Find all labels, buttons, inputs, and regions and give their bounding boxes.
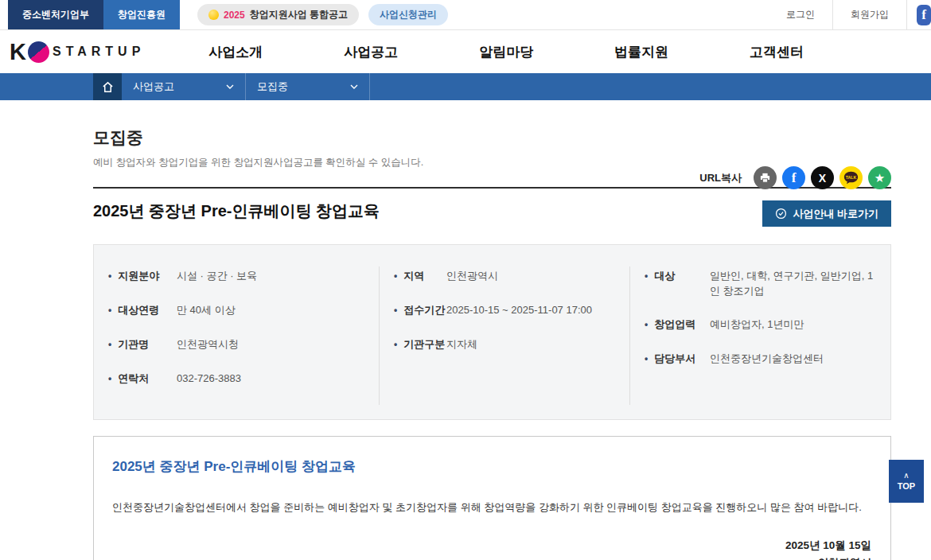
info-row-department: 담당부서 인천중장년기술창업센터 xyxy=(645,351,881,367)
facebook-icon[interactable]: f xyxy=(917,5,931,25)
nav-business-notice[interactable]: 사업공고 xyxy=(344,43,398,61)
info-row-organization: 기관명 인천광역시청 xyxy=(108,336,368,352)
check-circle-icon xyxy=(775,208,787,220)
notice-year: 2025 xyxy=(224,10,245,21)
tab-ministry-smes[interactable]: 중소벤처기업부 xyxy=(8,0,103,30)
url-copy-button[interactable]: URL복사 xyxy=(699,171,742,185)
home-icon xyxy=(102,81,114,93)
kakao-share-icon[interactable]: TALK xyxy=(839,166,863,189)
nav-customer-center[interactable]: 고객센터 xyxy=(750,43,804,61)
info-column-3: 대상 일반인, 대학, 연구기관, 일반기업, 1인 창조기업 창업업력 예비창… xyxy=(629,266,892,405)
info-column-2: 지역 인천광역시 접수기간 2025-10-15 ~ 2025-11-07 17… xyxy=(379,266,629,405)
info-column-1: 지원분야 시설 · 공간 · 보육 대상연령 만 40세 이상 기관명 인천광역… xyxy=(94,266,379,405)
top-button-label: TOP xyxy=(898,481,915,491)
info-row-startup-experience: 창업업력 예비창업자, 1년미만 xyxy=(645,317,881,332)
info-label: 담당부서 xyxy=(645,351,710,367)
breadcrumb-bar: 사업공고 모집중 xyxy=(0,73,931,100)
share-row: URL복사 f X TALK ★ xyxy=(699,166,891,189)
info-label: 창업업력 xyxy=(645,317,710,332)
nav-legal-support[interactable]: 법률지원 xyxy=(614,43,668,61)
scroll-to-top-button[interactable]: ∧ TOP xyxy=(889,460,924,503)
star-share-icon[interactable]: ★ xyxy=(868,166,891,189)
info-value: 일반인, 대학, 연구기관, 일반기업, 1인 창조기업 xyxy=(710,268,881,298)
info-value: 만 40세 이상 xyxy=(177,302,368,318)
page-title: 모집중 xyxy=(93,126,891,149)
main-content: 모집중 예비 창업자와 창업기업을 위한 창업지원사업공고를 확인하실 수 있습… xyxy=(93,126,891,560)
chevron-down-icon xyxy=(350,84,358,89)
notice-text: 창업지원사업 통합공고 xyxy=(250,8,348,21)
info-label: 접수기간 xyxy=(394,302,446,318)
info-row-application-period: 접수기간 2025-10-15 ~ 2025-11-07 17:00 xyxy=(394,302,618,318)
info-value: 032-726-3883 xyxy=(177,371,368,387)
signup-link[interactable]: 회원가입 xyxy=(833,0,906,29)
info-row-target-age: 대상연령 만 40세 이상 xyxy=(108,302,368,318)
info-row-org-type: 기관구분 지자체 xyxy=(394,336,618,352)
program-guide-button[interactable]: 사업안내 바로가기 xyxy=(762,200,891,227)
nav-notice-board[interactable]: 알림마당 xyxy=(479,43,533,61)
info-label: 대상연령 xyxy=(108,302,177,318)
site-header: K STARTUP 사업소개 사업공고 알림마당 법률지원 고객센터 xyxy=(0,30,931,73)
announcement-signature: 인천광역시 xyxy=(112,554,871,560)
info-value: 시설 · 공간 · 보육 xyxy=(177,268,368,284)
info-label: 지역 xyxy=(394,268,446,284)
announcement-body-box: 2025년 중장년 Pre-인큐베이팅 창업교육 인천중장년기술창업센터에서 창… xyxy=(93,436,891,560)
x-share-icon[interactable]: X xyxy=(811,166,834,189)
announcement-date: 2025년 10월 15일 xyxy=(112,537,871,554)
chevron-down-icon xyxy=(226,84,234,89)
info-label: 대상 xyxy=(645,268,710,298)
caret-up-icon: ∧ xyxy=(903,472,909,479)
breadcrumb-label: 사업공고 xyxy=(133,80,174,94)
article-title: 2025년 중장년 Pre-인큐베이팅 창업교육 xyxy=(93,200,380,222)
print-icon[interactable] xyxy=(754,166,777,189)
breadcrumb-label: 모집중 xyxy=(257,80,288,94)
info-value: 2025-10-15 ~ 2025-11-07 17:00 xyxy=(446,302,618,318)
info-row-target: 대상 일반인, 대학, 연구기관, 일반기업, 1인 창조기업 xyxy=(645,268,881,298)
breadcrumb-recruiting[interactable]: 모집중 xyxy=(246,73,370,100)
tab-startup-agency[interactable]: 창업진흥원 xyxy=(103,0,180,30)
taegeuk-icon xyxy=(28,41,49,63)
global-nav: 사업소개 사업공고 알림마당 법률지원 고객센터 xyxy=(208,43,804,61)
info-row-region: 지역 인천광역시 xyxy=(394,268,618,284)
announcement-title: 2025년 중장년 Pre-인큐베이팅 창업교육 xyxy=(112,457,871,476)
info-value: 인천광역시청 xyxy=(177,336,368,352)
info-value: 인천중장년기술창업센터 xyxy=(710,351,881,367)
announcement-body-text: 인천중장년기술창업센터에서 창업을 준비하는 예비창업자 및 초기창업자를 위해… xyxy=(112,500,871,516)
info-label: 기관구분 xyxy=(394,336,446,352)
breadcrumb-business-notice[interactable]: 사업공고 xyxy=(122,73,246,100)
apply-manage-pill[interactable]: 사업신청관리 xyxy=(368,4,448,25)
facebook-share-icon[interactable]: f xyxy=(782,166,805,189)
info-row-support-field: 지원분야 시설 · 공간 · 보육 xyxy=(108,268,368,284)
logo-k-letter: K xyxy=(10,39,27,65)
info-value: 지자체 xyxy=(446,336,618,352)
logo-startup-text: STARTUP xyxy=(53,45,145,59)
program-info-box: 지원분야 시설 · 공간 · 보육 대상연령 만 40세 이상 기관명 인천광역… xyxy=(93,244,891,420)
home-button[interactable] xyxy=(93,73,122,100)
kakao-bubble-glyph: TALK xyxy=(843,170,859,185)
info-value: 인천광역시 xyxy=(446,268,618,284)
info-row-contact: 연락처 032-726-3883 xyxy=(108,371,368,387)
nav-business-intro[interactable]: 사업소개 xyxy=(208,43,263,61)
info-label: 연락처 xyxy=(108,371,177,387)
utility-bar: 중소벤처기업부 창업진흥원 2025 창업지원사업 통합공고 사업신청관리 로그… xyxy=(0,0,931,30)
lightbulb-icon xyxy=(208,10,219,20)
info-label: 기관명 xyxy=(108,336,177,352)
info-label: 지원분야 xyxy=(108,268,177,284)
svg-text:TALK: TALK xyxy=(846,175,857,180)
notice-2025-pill[interactable]: 2025 창업지원사업 통합공고 xyxy=(197,4,359,25)
info-value: 예비창업자, 1년미만 xyxy=(710,317,881,332)
kstartup-logo[interactable]: K STARTUP xyxy=(10,39,145,65)
guide-button-label: 사업안내 바로가기 xyxy=(793,207,878,221)
login-link[interactable]: 로그인 xyxy=(769,0,832,29)
printer-glyph xyxy=(759,172,771,184)
